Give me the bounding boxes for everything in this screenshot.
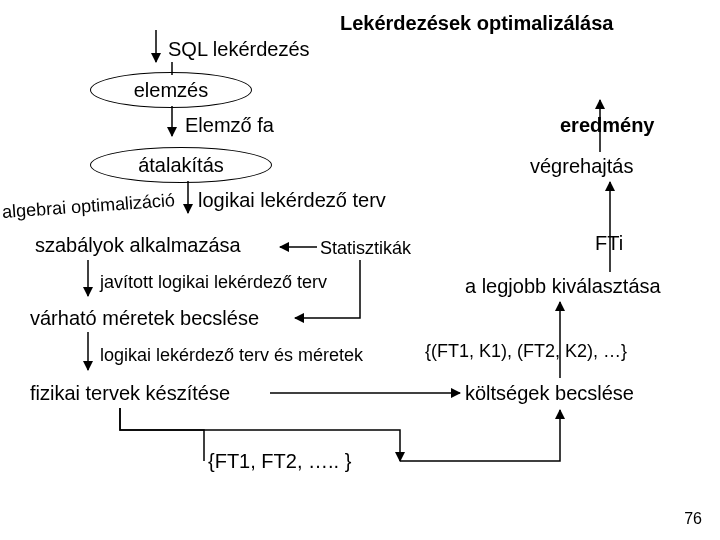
label-pairs-set: {(FT1, K1), (FT2, K2), …} bbox=[425, 341, 627, 362]
label-parse-tree: Elemző fa bbox=[185, 114, 274, 137]
label-fti: FTi bbox=[595, 232, 623, 255]
bubble-transformation: átalakítás bbox=[90, 147, 272, 183]
label-select-best: a legjobb kiválasztása bbox=[465, 275, 661, 298]
label-statistics: Statisztikák bbox=[320, 238, 411, 259]
label-logical-plan: logikai lekérdező terv bbox=[198, 189, 386, 212]
label-physical-plan-generation: fizikai tervek készítése bbox=[30, 382, 230, 405]
label-rule-application: szabályok alkalmazása bbox=[35, 234, 241, 257]
label-ft-set: {FT1, FT2, ….. } bbox=[208, 450, 351, 473]
label-result: eredmény bbox=[560, 114, 655, 137]
label-sql-query: SQL lekérdezés bbox=[168, 38, 310, 61]
label-execution: végrehajtás bbox=[530, 155, 633, 178]
page-title: Lekérdezések optimalizálása bbox=[340, 12, 613, 35]
label-size-estimation: várható méretek becslése bbox=[30, 307, 259, 330]
bubble-analysis: elemzés bbox=[90, 72, 252, 108]
label-algebra-optimization: algebrai optimalizáció bbox=[2, 196, 175, 217]
page-number: 76 bbox=[684, 510, 702, 528]
label-improved-logical-plan: javított logikai lekérdező terv bbox=[100, 272, 327, 293]
label-cost-estimation: költségek becslése bbox=[465, 382, 634, 405]
label-logical-plan-and-sizes: logikai lekérdező terv és méretek bbox=[100, 345, 363, 366]
